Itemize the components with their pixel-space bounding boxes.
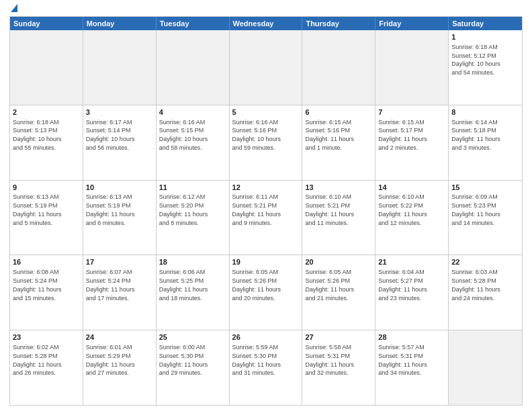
day-info: Sunrise: 6:11 AM Sunset: 5:21 PM Dayligh…: [232, 193, 281, 226]
day-number: 14: [378, 183, 445, 193]
cal-cell-1-3: 5Sunrise: 6:16 AM Sunset: 5:16 PM Daylig…: [230, 105, 303, 180]
cal-week-row-3: 16Sunrise: 6:08 AM Sunset: 5:24 PM Dayli…: [10, 255, 522, 330]
cal-cell-3-0: 16Sunrise: 6:08 AM Sunset: 5:24 PM Dayli…: [10, 255, 83, 330]
day-number: 19: [232, 257, 300, 267]
day-number: 25: [159, 332, 226, 342]
day-info: Sunrise: 6:12 AM Sunset: 5:20 PM Dayligh…: [159, 193, 208, 226]
day-info: Sunrise: 6:13 AM Sunset: 5:19 PM Dayligh…: [86, 193, 135, 226]
cal-cell-2-0: 9Sunrise: 6:13 AM Sunset: 5:19 PM Daylig…: [10, 181, 83, 255]
cal-header-friday: Friday: [375, 17, 449, 30]
calendar-header-row: SundayMondayTuesdayWednesdayThursdayFrid…: [10, 17, 522, 30]
day-info: Sunrise: 6:17 AM Sunset: 5:14 PM Dayligh…: [86, 119, 135, 151]
day-number: 17: [86, 257, 153, 267]
cal-week-row-0: 1Sunrise: 6:18 AM Sunset: 5:12 PM Daylig…: [10, 30, 522, 105]
cal-cell-3-1: 17Sunrise: 6:07 AM Sunset: 5:24 PM Dayli…: [83, 255, 157, 330]
cal-cell-3-2: 18Sunrise: 6:06 AM Sunset: 5:25 PM Dayli…: [157, 255, 230, 330]
cal-cell-4-4: 27Sunrise: 5:58 AM Sunset: 5:31 PM Dayli…: [302, 330, 375, 405]
day-number: 8: [451, 107, 519, 118]
day-number: 7: [378, 107, 445, 118]
cal-cell-0-2: [157, 30, 230, 105]
cal-cell-1-5: 7Sunrise: 6:15 AM Sunset: 5:17 PM Daylig…: [375, 105, 449, 180]
day-info: Sunrise: 6:10 AM Sunset: 5:22 PM Dayligh…: [378, 193, 427, 226]
cal-cell-0-6: 1Sunrise: 6:18 AM Sunset: 5:12 PM Daylig…: [449, 30, 522, 105]
day-info: Sunrise: 6:10 AM Sunset: 5:21 PM Dayligh…: [305, 193, 354, 226]
cal-cell-4-6: [449, 330, 522, 405]
day-info: Sunrise: 6:13 AM Sunset: 5:19 PM Dayligh…: [13, 193, 62, 226]
day-info: Sunrise: 6:03 AM Sunset: 5:28 PM Dayligh…: [451, 269, 500, 301]
day-number: 16: [13, 257, 80, 267]
day-number: 22: [451, 257, 519, 267]
cal-cell-4-2: 25Sunrise: 6:00 AM Sunset: 5:30 PM Dayli…: [157, 330, 230, 405]
day-number: 1: [451, 32, 519, 42]
day-info: Sunrise: 6:05 AM Sunset: 5:26 PM Dayligh…: [305, 269, 354, 301]
cal-header-tuesday: Tuesday: [157, 17, 230, 30]
cal-cell-0-4: [302, 30, 375, 105]
cal-cell-1-1: 3Sunrise: 6:17 AM Sunset: 5:14 PM Daylig…: [83, 105, 157, 180]
day-info: Sunrise: 6:18 AM Sunset: 5:12 PM Dayligh…: [451, 44, 500, 76]
logo-triangle-icon: [11, 4, 17, 12]
day-info: Sunrise: 5:57 AM Sunset: 5:31 PM Dayligh…: [378, 344, 427, 376]
day-number: 23: [13, 332, 80, 342]
day-number: 2: [13, 107, 80, 118]
day-number: 13: [305, 183, 372, 193]
cal-header-wednesday: Wednesday: [230, 17, 303, 30]
cal-cell-3-4: 20Sunrise: 6:05 AM Sunset: 5:26 PM Dayli…: [302, 255, 375, 330]
cal-cell-3-5: 21Sunrise: 6:04 AM Sunset: 5:27 PM Dayli…: [375, 255, 449, 330]
day-number: 20: [305, 257, 372, 267]
day-info: Sunrise: 6:02 AM Sunset: 5:28 PM Dayligh…: [13, 344, 62, 376]
cal-week-row-2: 9Sunrise: 6:13 AM Sunset: 5:19 PM Daylig…: [10, 181, 522, 256]
cal-header-thursday: Thursday: [302, 17, 375, 30]
day-number: 12: [232, 183, 300, 193]
cal-cell-0-0: [10, 30, 83, 105]
cal-cell-2-2: 11Sunrise: 6:12 AM Sunset: 5:20 PM Dayli…: [157, 181, 230, 255]
day-number: 9: [13, 183, 80, 193]
day-info: Sunrise: 6:09 AM Sunset: 5:23 PM Dayligh…: [451, 193, 500, 226]
cal-cell-0-1: [83, 30, 157, 105]
day-number: 28: [378, 332, 445, 342]
page: SundayMondayTuesdayWednesdayThursdayFrid…: [0, 0, 532, 411]
cal-cell-0-3: [230, 30, 303, 105]
day-info: Sunrise: 6:05 AM Sunset: 5:26 PM Dayligh…: [232, 269, 281, 301]
day-info: Sunrise: 6:00 AM Sunset: 5:30 PM Dayligh…: [159, 344, 208, 376]
cal-cell-4-5: 28Sunrise: 5:57 AM Sunset: 5:31 PM Dayli…: [375, 330, 449, 405]
day-number: 18: [159, 257, 226, 267]
cal-week-row-4: 23Sunrise: 6:02 AM Sunset: 5:28 PM Dayli…: [10, 330, 522, 405]
day-info: Sunrise: 6:08 AM Sunset: 5:24 PM Dayligh…: [13, 269, 62, 301]
calendar-body: 1Sunrise: 6:18 AM Sunset: 5:12 PM Daylig…: [10, 30, 522, 405]
day-info: Sunrise: 6:15 AM Sunset: 5:17 PM Dayligh…: [378, 119, 427, 151]
day-number: 10: [86, 183, 153, 193]
day-number: 4: [159, 107, 226, 118]
cal-cell-2-3: 12Sunrise: 6:11 AM Sunset: 5:21 PM Dayli…: [230, 181, 303, 255]
header: [9, 7, 523, 12]
cal-cell-3-6: 22Sunrise: 6:03 AM Sunset: 5:28 PM Dayli…: [449, 255, 522, 330]
day-info: Sunrise: 6:06 AM Sunset: 5:25 PM Dayligh…: [159, 269, 208, 301]
day-number: 24: [86, 332, 153, 342]
day-number: 6: [305, 107, 372, 118]
cal-cell-4-3: 26Sunrise: 5:59 AM Sunset: 5:30 PM Dayli…: [230, 330, 303, 405]
logo: [9, 7, 17, 12]
cal-cell-0-5: [375, 30, 449, 105]
day-info: Sunrise: 5:58 AM Sunset: 5:31 PM Dayligh…: [305, 344, 354, 376]
day-info: Sunrise: 6:07 AM Sunset: 5:24 PM Dayligh…: [86, 269, 135, 301]
day-info: Sunrise: 5:59 AM Sunset: 5:30 PM Dayligh…: [232, 344, 281, 376]
cal-cell-3-3: 19Sunrise: 6:05 AM Sunset: 5:26 PM Dayli…: [230, 255, 303, 330]
cal-cell-1-0: 2Sunrise: 6:18 AM Sunset: 5:13 PM Daylig…: [10, 105, 83, 180]
day-info: Sunrise: 6:15 AM Sunset: 5:16 PM Dayligh…: [305, 119, 354, 151]
cal-cell-1-6: 8Sunrise: 6:14 AM Sunset: 5:18 PM Daylig…: [449, 105, 522, 180]
cal-header-monday: Monday: [83, 17, 157, 30]
day-number: 21: [378, 257, 445, 267]
cal-header-sunday: Sunday: [10, 17, 83, 30]
calendar: SundayMondayTuesdayWednesdayThursdayFrid…: [9, 16, 523, 406]
day-info: Sunrise: 6:16 AM Sunset: 5:15 PM Dayligh…: [159, 119, 208, 151]
day-number: 11: [159, 183, 226, 193]
day-info: Sunrise: 6:01 AM Sunset: 5:29 PM Dayligh…: [86, 344, 135, 376]
day-number: 26: [232, 332, 300, 342]
day-info: Sunrise: 6:14 AM Sunset: 5:18 PM Dayligh…: [451, 119, 500, 151]
day-number: 5: [232, 107, 300, 118]
cal-cell-1-4: 6Sunrise: 6:15 AM Sunset: 5:16 PM Daylig…: [302, 105, 375, 180]
day-info: Sunrise: 6:18 AM Sunset: 5:13 PM Dayligh…: [13, 119, 62, 151]
day-info: Sunrise: 6:04 AM Sunset: 5:27 PM Dayligh…: [378, 269, 427, 301]
cal-week-row-1: 2Sunrise: 6:18 AM Sunset: 5:13 PM Daylig…: [10, 105, 522, 181]
day-number: 15: [451, 183, 519, 193]
day-number: 27: [305, 332, 372, 342]
